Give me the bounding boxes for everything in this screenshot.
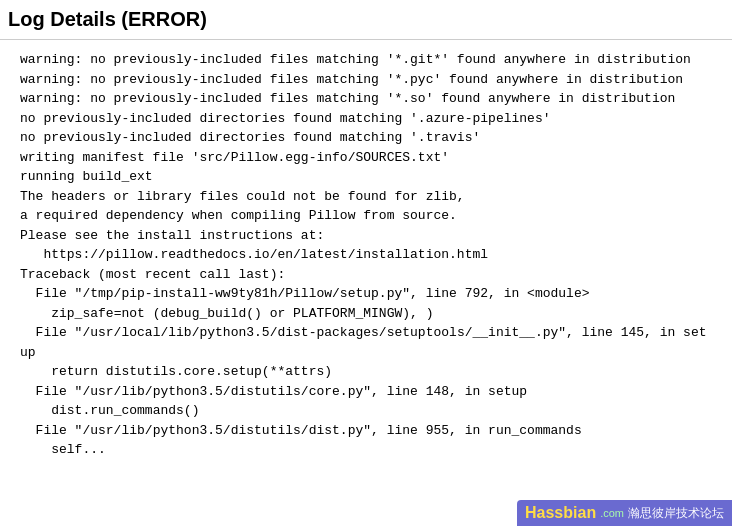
- page-title: Log Details (ERROR): [8, 8, 207, 30]
- log-line: Please see the install instructions at:: [20, 226, 712, 246]
- log-line: warning: no previously-included files ma…: [20, 70, 712, 90]
- log-line: a required dependency when compiling Pil…: [20, 206, 712, 226]
- log-line: no previously-included directories found…: [20, 109, 712, 129]
- watermark: Hassbian .com 瀚思彼岸技术论坛: [517, 500, 732, 526]
- log-line: File "/usr/lib/python3.5/distutils/core.…: [20, 382, 712, 402]
- watermark-text: 瀚思彼岸技术论坛: [628, 505, 724, 522]
- log-content-area: warning: no previously-included files ma…: [0, 40, 732, 470]
- log-line: writing manifest file 'src/Pillow.egg-in…: [20, 148, 712, 168]
- log-line: File "/tmp/pip-install-ww9ty81h/Pillow/s…: [20, 284, 712, 304]
- watermark-com: .com: [600, 507, 624, 519]
- log-line: zip_safe=not (debug_build() or PLATFORM_…: [20, 304, 712, 324]
- log-line: dist.run_commands(): [20, 401, 712, 421]
- watermark-logo: Hassbian: [525, 504, 596, 522]
- title-bar: Log Details (ERROR): [0, 0, 732, 40]
- log-line: no previously-included directories found…: [20, 128, 712, 148]
- log-line: The headers or library files could not b…: [20, 187, 712, 207]
- log-line: return distutils.core.setup(**attrs): [20, 362, 712, 382]
- log-line: File "/usr/local/lib/python3.5/dist-pack…: [20, 323, 712, 362]
- log-line: https://pillow.readthedocs.io/en/latest/…: [20, 245, 712, 265]
- log-line: warning: no previously-included files ma…: [20, 50, 712, 70]
- log-line: running build_ext: [20, 167, 712, 187]
- log-line: warning: no previously-included files ma…: [20, 89, 712, 109]
- log-line: File "/usr/lib/python3.5/distutils/dist.…: [20, 421, 712, 441]
- log-line: Traceback (most recent call last):: [20, 265, 712, 285]
- log-line: self...: [20, 440, 712, 460]
